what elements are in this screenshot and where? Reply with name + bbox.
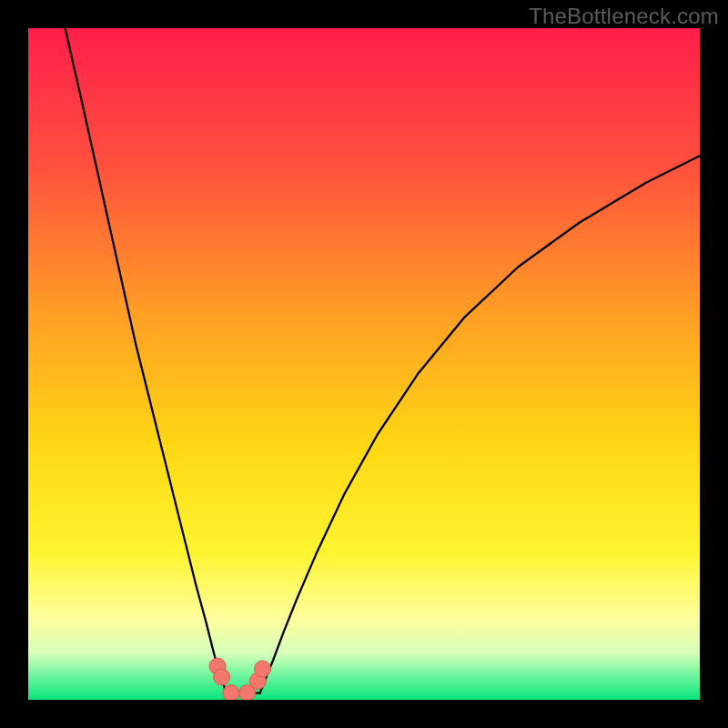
- gradient-background: [28, 28, 700, 700]
- watermark-text: TheBottleneck.com: [529, 4, 719, 29]
- marker-m6: [255, 661, 271, 677]
- marker-m2: [214, 669, 230, 685]
- chart-svg: [28, 28, 700, 700]
- plot-area: [28, 28, 700, 700]
- marker-m3: [223, 685, 239, 700]
- chart-frame: TheBottleneck.com: [0, 0, 728, 728]
